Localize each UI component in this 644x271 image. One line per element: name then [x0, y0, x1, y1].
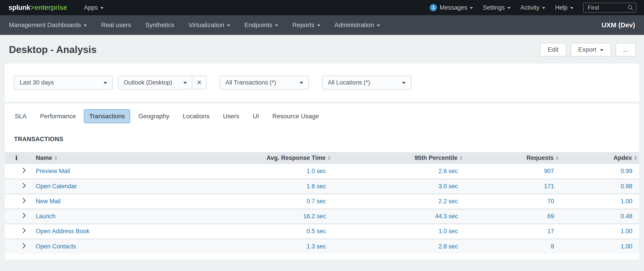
- table-row-3: Launch 16.2 sec 44.3 sec 69 0.48: [5, 209, 639, 224]
- transaction-link[interactable]: Preview Mail: [36, 168, 70, 174]
- column-header-requests[interactable]: Requests: [465, 152, 561, 164]
- sort-icon[interactable]: [556, 156, 558, 160]
- chevron-down-icon: [100, 7, 104, 9]
- expand-row-icon[interactable]: [22, 198, 26, 204]
- 95th-percentile-value[interactable]: 44.3 sec: [333, 209, 465, 224]
- transaction-link[interactable]: Open Address Book: [36, 228, 90, 234]
- filter-dropdown-0[interactable]: Last 30 days ×: [14, 76, 113, 90]
- column-header-name[interactable]: Name: [30, 152, 203, 164]
- column-label: Requests: [526, 154, 554, 162]
- tab-resource-usage[interactable]: Resource Usage: [267, 109, 324, 123]
- apdex-value[interactable]: 1.00: [561, 194, 639, 209]
- filter-dropdown-2[interactable]: All Transactions (*) ×: [220, 76, 309, 90]
- table-row-0: Preview Mail 1.0 sec 2.6 sec 907 0.99: [5, 164, 639, 179]
- chevron-down-icon: [84, 24, 87, 26]
- find-search-box[interactable]: [583, 3, 636, 12]
- expand-row-icon[interactable]: [22, 213, 26, 218]
- apdex-value[interactable]: 1.00: [561, 224, 639, 239]
- table-row-4: Open Address Book 0.5 sec 1.0 sec 17 1.0…: [5, 224, 639, 239]
- top-app-bar: splunk > enterprise Apps 1 Messages Sett…: [0, 0, 644, 15]
- apdex-value[interactable]: 0.48: [561, 209, 639, 224]
- filter-clear-group: ×: [192, 76, 206, 89]
- expand-row-icon[interactable]: [22, 243, 26, 249]
- requests-value[interactable]: 70: [465, 194, 561, 209]
- requests-value[interactable]: 171: [465, 179, 561, 194]
- topbar-menu-1[interactable]: Settings: [483, 4, 510, 11]
- tab-sla[interactable]: SLA: [10, 109, 32, 123]
- column-header-avg-response-time[interactable]: Avg. Response Time: [203, 152, 333, 164]
- filter-dropdown-3[interactable]: All Locations (*) ×: [322, 76, 412, 90]
- topbar-menu-2[interactable]: Activity: [520, 4, 546, 11]
- chevron-down-icon: [600, 49, 604, 51]
- export-button-label: Export: [578, 46, 596, 53]
- requests-value[interactable]: 17: [465, 224, 561, 239]
- table-row-2: New Mail 0.7 sec 2.2 sec 70 1.00: [5, 194, 639, 209]
- column-header-95th-percentile[interactable]: 95th Percentile: [333, 152, 465, 164]
- clear-filter-icon[interactable]: ×: [192, 78, 206, 86]
- transaction-link[interactable]: Launch: [36, 213, 56, 220]
- messages-count-badge: 1: [430, 4, 437, 11]
- column-header-apdex[interactable]: Apdex: [561, 152, 639, 164]
- avg-response-time-value[interactable]: 0.5 sec: [203, 224, 333, 239]
- 95th-percentile-value[interactable]: 2.6 sec: [333, 164, 465, 179]
- tab-transactions[interactable]: Transactions: [84, 109, 130, 123]
- more-actions-icon: ...: [623, 46, 628, 53]
- avg-response-time-value[interactable]: 16.2 sec: [203, 209, 333, 224]
- splunk-logo[interactable]: splunk > enterprise: [8, 4, 67, 12]
- nav-item-synthetics[interactable]: Synthetics: [145, 22, 174, 28]
- nav-item-virtualization[interactable]: Virtualization: [188, 22, 230, 28]
- filter-dropdown-1[interactable]: Outlook (Desktop) ×: [118, 76, 206, 90]
- transaction-link[interactable]: Open Contacts: [36, 243, 76, 250]
- sort-icon[interactable]: [460, 156, 462, 160]
- avg-response-time-value[interactable]: 1.3 sec: [203, 239, 333, 254]
- avg-response-time-value[interactable]: 1.6 sec: [203, 179, 333, 194]
- 95th-percentile-value[interactable]: 2.2 sec: [333, 194, 465, 209]
- more-actions-button[interactable]: ...: [616, 43, 636, 56]
- find-search-input[interactable]: [587, 4, 626, 12]
- 95th-percentile-value[interactable]: 1.0 sec: [333, 224, 465, 239]
- topbar-right-menus: 1 Messages Settings Activity Help: [430, 3, 636, 12]
- avg-response-time-value[interactable]: 0.7 sec: [203, 194, 333, 209]
- tab-performance[interactable]: Performance: [35, 109, 81, 123]
- export-button[interactable]: Export: [571, 43, 611, 56]
- 95th-percentile-value[interactable]: 3.0 sec: [333, 179, 465, 194]
- topbar-menu-label: Help: [555, 4, 568, 11]
- requests-value[interactable]: 8: [465, 239, 561, 254]
- topbar-menu-3[interactable]: Help: [555, 4, 573, 11]
- apdex-value[interactable]: 0.98: [561, 179, 639, 194]
- requests-value[interactable]: 907: [465, 164, 561, 179]
- sort-icon[interactable]: [328, 156, 330, 160]
- transaction-name-cell: New Mail: [30, 194, 203, 209]
- transaction-name-cell: Launch: [30, 209, 203, 224]
- expand-row-icon[interactable]: [22, 168, 26, 173]
- chevron-down-icon: [104, 82, 107, 84]
- apdex-value[interactable]: 0.99: [561, 164, 639, 179]
- sort-icon[interactable]: [634, 156, 637, 160]
- tab-users[interactable]: Users: [218, 109, 245, 123]
- column-label: Apdex: [613, 154, 632, 162]
- table-row-5: Open Contacts 1.3 sec 2.8 sec 8 1.00: [5, 239, 639, 254]
- tab-ui[interactable]: UI: [247, 109, 264, 123]
- topbar-menu-0[interactable]: 1 Messages: [430, 4, 473, 11]
- tab-geography[interactable]: Geography: [133, 109, 175, 123]
- sort-icon[interactable]: [54, 156, 57, 160]
- transaction-link[interactable]: New Mail: [36, 198, 60, 204]
- expand-row-icon[interactable]: [22, 228, 26, 234]
- edit-button[interactable]: Edit: [540, 43, 566, 56]
- requests-value[interactable]: 69: [465, 209, 561, 224]
- expand-row-icon[interactable]: [22, 183, 26, 188]
- avg-response-time-value[interactable]: 1.0 sec: [203, 164, 333, 179]
- chevron-down-icon: [317, 24, 320, 26]
- nav-item-label: Real users: [101, 22, 131, 28]
- nav-item-endpoints[interactable]: Endpoints: [244, 22, 278, 28]
- transaction-link[interactable]: Open Calendar: [36, 183, 77, 190]
- apps-menu[interactable]: Apps: [84, 4, 104, 11]
- tab-locations[interactable]: Locations: [177, 109, 215, 123]
- expander-cell: [5, 179, 30, 194]
- nav-item-reports[interactable]: Reports: [292, 22, 320, 28]
- nav-item-management-dashboards[interactable]: Management Dashboards: [9, 22, 87, 28]
- 95th-percentile-value[interactable]: 2.8 sec: [333, 239, 465, 254]
- apdex-value[interactable]: 1.00: [561, 239, 639, 254]
- nav-item-administration[interactable]: Administration: [334, 22, 380, 28]
- nav-item-real-users[interactable]: Real users: [101, 22, 131, 28]
